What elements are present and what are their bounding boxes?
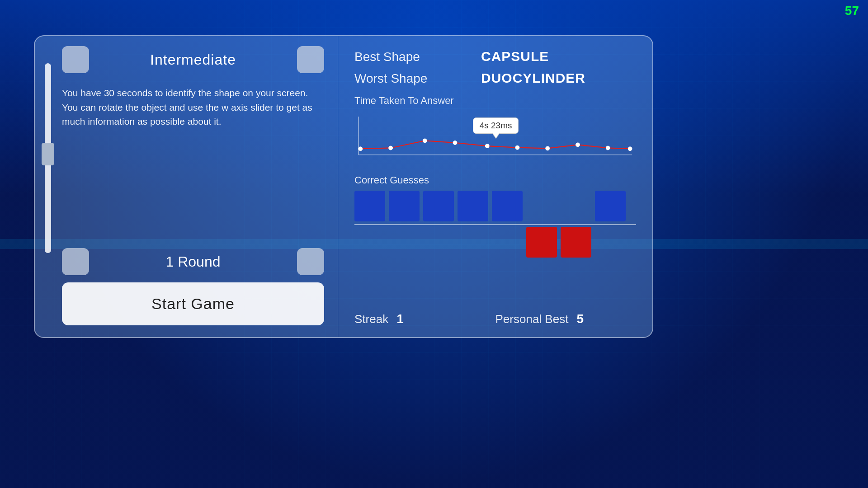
svg-point-4 [423,139,427,143]
svg-point-7 [515,145,519,150]
guesses-divider [354,224,636,225]
svg-point-8 [546,146,550,150]
guess-block-2 [389,191,420,221]
guess-block-4 [458,191,488,221]
w-axis-slider-track [45,63,51,253]
personal-best-value: 5 [576,312,584,326]
streak-stat: Streak 1 [354,312,495,326]
chart-section: Time Taken To Answer [354,95,636,168]
guess-block-7-empty [561,191,591,221]
guess-block-6-empty [526,191,557,221]
round-label: 1 Round [89,253,297,270]
personal-best-label: Personal Best [495,312,569,326]
chart-title: Time Taken To Answer [354,95,636,107]
guesses-section: Correct Guesses [354,174,636,245]
game-description: You have 30 seconds to identify the shap… [35,78,338,129]
best-shape-value: CAPSULE [481,49,549,64]
round-right-button[interactable] [297,248,324,275]
guess-block-1 [354,191,385,221]
right-panel: Best Shape CAPSULE Worst Shape DUOCYLIND… [338,36,652,337]
footer-stats-wrapper: Streak 1 Personal Best 5 [354,299,636,326]
streak-value: 1 [396,312,404,326]
best-shape-row: Best Shape CAPSULE [354,49,636,64]
start-btn-wrap: Start Game [35,282,338,337]
guess-block-8 [595,191,626,221]
footer-stats: Streak 1 Personal Best 5 [354,312,636,326]
difficulty-left-button[interactable] [62,46,89,73]
guess-block-9-empty [629,191,653,221]
guesses-title: Correct Guesses [354,174,636,186]
difficulty-right-button[interactable] [297,46,324,73]
spacer [35,129,338,244]
difficulty-title: Intermediate [89,52,297,68]
streak-label: Streak [354,312,388,326]
wrong-block-1 [526,227,557,258]
guesses-area [354,191,636,245]
w-axis-slider-thumb[interactable] [42,143,54,165]
svg-point-9 [576,143,580,147]
wrong-blocks-row [526,227,591,258]
correct-blocks-row [354,191,653,221]
bottom-controls: 1 Round [35,244,338,282]
left-panel: Intermediate You have 30 seconds to iden… [35,36,338,337]
wrong-block-2 [561,227,591,258]
worst-shape-row: Worst Shape DUOCYLINDER [354,70,636,86]
worst-shape-value: DUOCYLINDER [481,70,585,86]
start-game-button[interactable]: Start Game [62,282,324,325]
worst-shape-label: Worst Shape [354,71,481,86]
guess-block-3 [423,191,454,221]
top-controls: Intermediate [35,36,338,78]
guess-block-5 [492,191,523,221]
main-card: Intermediate You have 30 seconds to iden… [34,35,653,338]
svg-point-11 [628,147,632,151]
svg-point-5 [453,141,457,145]
score-badge: 57 [845,4,859,18]
chart-container: 4s 23ms [354,109,636,168]
personal-best-stat: Personal Best 5 [495,312,637,326]
svg-point-2 [359,147,363,151]
svg-point-3 [389,146,393,150]
svg-point-10 [606,146,610,150]
best-shape-label: Best Shape [354,50,481,64]
svg-point-6 [485,144,489,148]
chart-svg [354,109,636,168]
round-left-button[interactable] [62,248,89,275]
